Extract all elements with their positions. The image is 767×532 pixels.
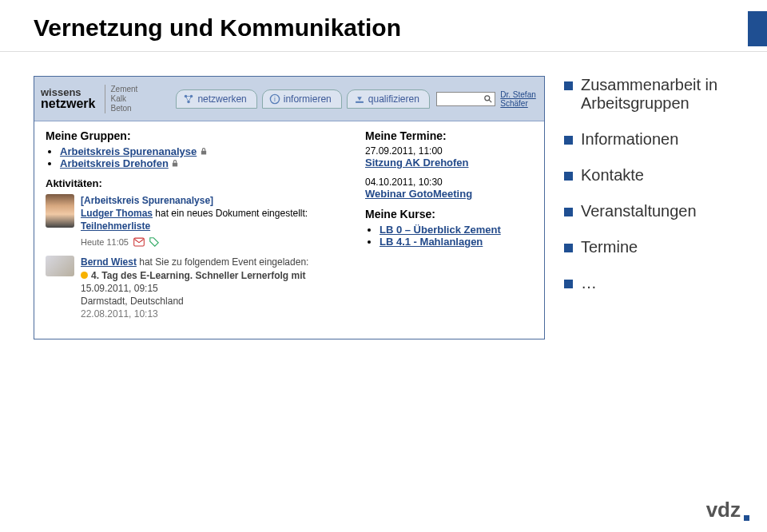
activity-when: 15.09.2011, 09:15 [81, 283, 158, 294]
portal-logo: wissens netzwerk [41, 87, 95, 110]
activity-time: Heute 11:05 [81, 236, 129, 248]
nav-informieren[interactable]: i informieren [262, 89, 342, 109]
search-input[interactable] [436, 92, 495, 106]
mat-zement: Zement [110, 85, 137, 94]
slide-bullets: Zusammenarbeit in Arbeitsgruppen Informa… [564, 76, 759, 339]
portal-topbar: wissens netzwerk Zement Kalk Beton netzw… [34, 77, 544, 121]
termine-heading: Meine Termine: [365, 129, 533, 142]
kurs-link[interactable]: LB 0 – Überblick Zement [380, 224, 501, 236]
activity-tail: hat Sie zu folgendem Event eingeladen: [137, 256, 308, 268]
activities-heading: Aktivitäten: [46, 177, 341, 189]
svg-rect-5 [356, 101, 364, 102]
bullet-text: Termine [581, 238, 638, 256]
activity-item: [Arbeitskreis Spurenanalyse] Ludger Thom… [46, 194, 341, 248]
avatar [46, 194, 74, 228]
termin-time: 04.10.2011, 10:30 [365, 177, 533, 188]
title-accent-block [748, 11, 767, 46]
kurs-link[interactable]: LB 4.1 - Mahlanlagen [380, 236, 483, 248]
termin-time: 27.09.2011, 11:00 [365, 145, 533, 157]
bullet-text: Zusammenarbeit in Arbeitsgruppen [581, 76, 759, 113]
activity-item: Bernd Wiest hat Sie zu folgendem Event e… [46, 256, 341, 320]
logo-line2: netzwerk [41, 97, 95, 110]
activity-actor[interactable]: Ludger Thomas [81, 208, 153, 219]
activity-posted: 22.08.2011, 10:13 [81, 308, 158, 320]
group-item: Arbeitskreis Drehofen [60, 157, 341, 169]
mat-kalk: Kalk [110, 94, 137, 104]
bullet-dot-icon [81, 272, 88, 279]
activity-tail: hat ein neues Dokument eingestellt: [153, 208, 308, 219]
svg-point-6 [485, 95, 490, 100]
tag-icon [149, 237, 159, 247]
activity-actor[interactable]: Bernd Wiest [81, 256, 137, 268]
mat-beton: Beton [110, 104, 137, 113]
panel-right-col: Meine Termine: 27.09.2011, 11:00 Sitzung… [365, 129, 533, 328]
nav-netzwerken-label: netzwerken [197, 93, 246, 105]
slide-title: Vernetzung und Kommunikation [34, 14, 767, 42]
avatar [46, 256, 74, 276]
bullet-text: Informationen [581, 130, 678, 149]
nav-qualifizieren-label: qualifizieren [368, 93, 419, 105]
bullet-square-icon [564, 244, 573, 252]
activity-where: Darmstadt, Deutschland [81, 296, 184, 307]
footer-brand: vdz [706, 498, 749, 522]
nav-netzwerken[interactable]: netzwerken [176, 89, 256, 109]
activity-doc[interactable]: Teilnehmerliste [81, 220, 150, 232]
footer-brand-text: vdz [706, 498, 741, 522]
bullet-square-icon [564, 208, 573, 216]
panel-left-col: Meine Gruppen: Arbeitskreis Spurenanalys… [46, 129, 341, 328]
activity-event: 4. Tag des E-Learning. Schneller Lernerf… [91, 270, 306, 281]
svg-rect-9 [173, 163, 177, 167]
svg-text:i: i [274, 94, 276, 102]
termin-link[interactable]: Webinar GotoMeeting [365, 188, 472, 200]
svg-rect-8 [201, 151, 206, 155]
profile-link[interactable]: Dr. Stefan Schäfer [500, 90, 548, 108]
termin-link[interactable]: Sitzung AK Drehofen [365, 157, 469, 169]
bullet-text: … [581, 274, 597, 292]
kurse-heading: Meine Kurse: [365, 208, 533, 220]
svg-line-7 [489, 100, 491, 102]
search-icon [483, 94, 493, 104]
groups-heading: Meine Gruppen: [46, 129, 341, 142]
bullet-square-icon [564, 136, 573, 145]
bullet-text: Veranstaltungen [581, 202, 697, 220]
group-item: Arbeitskreis Spurenanalyse [60, 145, 341, 157]
svg-rect-10 [134, 238, 145, 246]
bullet-text: Kontakte [581, 166, 644, 185]
lock-icon [171, 159, 179, 168]
logo-materials: Zement Kalk Beton [105, 85, 137, 113]
qualify-icon [354, 93, 365, 105]
mail-icon [133, 237, 145, 247]
activity-group: [Arbeitskreis Spurenanalyse] [81, 195, 213, 206]
portal-screenshot: wissens netzwerk Zement Kalk Beton netzw… [34, 76, 545, 339]
group-link-drehofen[interactable]: Arbeitskreis Drehofen [60, 157, 169, 169]
network-icon [183, 93, 194, 105]
bullet-square-icon [564, 172, 573, 181]
bullet-square-icon [564, 81, 573, 90]
nav-informieren-label: informieren [284, 93, 332, 105]
nav-qualifizieren[interactable]: qualifizieren [347, 89, 430, 109]
bullet-square-icon [564, 280, 573, 288]
lock-icon [200, 147, 208, 156]
group-link-spurenanalyse[interactable]: Arbeitskreis Spurenanalyse [60, 145, 197, 157]
brand-dot-icon [744, 515, 749, 521]
info-icon: i [269, 93, 280, 105]
